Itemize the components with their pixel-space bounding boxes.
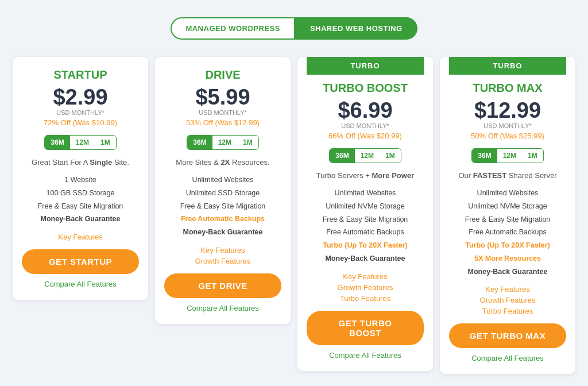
period-btn-36m[interactable]: 36M	[472, 149, 497, 163]
feature-item: Free & Easy Site Migration	[164, 200, 281, 213]
plan-discount-turbo-max: 50% Off (Was $25.99)	[471, 132, 544, 140]
plan-price-drive: $5.99	[195, 86, 250, 108]
cta-button-turbo-boost[interactable]: GET TURBO BOOST	[307, 311, 424, 345]
feature-item: 1 Website	[22, 173, 139, 187]
plan-name-startup: STARTUP	[54, 68, 107, 82]
extra-link[interactable]: Growth Features	[480, 296, 536, 304]
plan-discount-drive: 53% Off (Was $12.99)	[186, 118, 260, 127]
features-list-turbo-boost: Unlimited WebsitesUnlimited NVMe Storage…	[307, 187, 424, 265]
plan-type-tabs: MANAGED WORDPRESSSHARED WEB HOSTING	[171, 17, 417, 40]
cta-button-drive[interactable]: GET DRIVE	[164, 273, 281, 298]
feature-item: Free & Easy Site Migration	[449, 213, 566, 226]
plan-card-drive: DRIVE$5.99USD MONTHLY*53% Off (Was $12.9…	[155, 57, 291, 324]
plan-price-turbo-boost: $6.99	[338, 99, 392, 121]
turbo-banner: TURBO	[307, 57, 424, 75]
feature-item: Money-Back Guarantee	[22, 213, 139, 226]
plan-name-turbo-boost: TURBO BOOST	[323, 82, 408, 95]
features-list-turbo-max: Unlimited WebsitesUnlimited NVMe Storage…	[449, 187, 566, 278]
feature-item: Money-Back Guarantee	[307, 252, 424, 265]
cta-button-startup[interactable]: GET STARTUP	[22, 249, 139, 274]
feature-item: Free Automatic Backups	[307, 226, 424, 239]
period-btn-36m[interactable]: 36M	[45, 136, 69, 149]
period-selector-drive: 36M12M1M	[187, 135, 258, 150]
compare-link-turbo-boost[interactable]: Compare All Features	[329, 351, 401, 360]
period-selector-turbo-boost: 36M12M1M	[329, 148, 401, 163]
extra-links-startup: Key Features	[58, 233, 102, 241]
features-list-drive: Unlimited WebsitesUnlimited SSD StorageF…	[164, 173, 281, 239]
period-btn-1m[interactable]: 1M	[380, 149, 401, 163]
feature-item: Money-Back Guarantee	[449, 265, 566, 279]
feature-item: Unlimited Websites	[449, 187, 566, 200]
extra-link[interactable]: Key Features	[485, 285, 529, 294]
period-btn-12m[interactable]: 12M	[212, 136, 237, 149]
extra-link[interactable]: Turbo Features	[482, 307, 533, 315]
period-btn-12m[interactable]: 12M	[355, 149, 380, 163]
extra-links-turbo-max: Key FeaturesGrowth FeaturesTurbo Feature…	[480, 285, 536, 315]
plan-price-turbo-max: $12.99	[474, 99, 541, 121]
plan-period-turbo-max: USD MONTHLY*	[483, 122, 532, 129]
extra-link[interactable]: Turbo Features	[340, 294, 390, 303]
feature-item: Unlimited SSD Storage	[164, 187, 281, 200]
period-selector-turbo-max: 36M12M1M	[471, 148, 543, 163]
turbo-banner: TURBO	[449, 57, 566, 75]
feature-item: Free & Easy Site Migration	[22, 200, 139, 213]
plan-card-startup: STARTUP$2.99USD MONTHLY*72% Off (Was $10…	[13, 57, 148, 300]
tab-shared-hosting[interactable]: SHARED WEB HOSTING	[295, 17, 417, 40]
plans-grid: STARTUP$2.99USD MONTHLY*72% Off (Was $10…	[13, 57, 575, 374]
feature-item: Money-Back Guarantee	[164, 226, 281, 239]
feature-item: Unlimited Websites	[164, 173, 281, 187]
tab-managed-wp[interactable]: MANAGED WORDPRESS	[171, 17, 295, 40]
plan-tagline-turbo-max: Our FASTEST Shared Server	[458, 171, 556, 180]
plan-name-turbo-max: TURBO MAX	[473, 82, 542, 95]
compare-link-turbo-max[interactable]: Compare All Features	[471, 354, 544, 362]
feature-item: 100 GB SSD Storage	[22, 187, 139, 200]
feature-item: Unlimited Websites	[307, 187, 424, 200]
feature-item: Unlimited NVMe Storage	[307, 200, 424, 213]
cta-button-turbo-max[interactable]: GET TURBO MAX	[449, 323, 566, 348]
features-list-startup: 1 Website100 GB SSD StorageFree & Easy S…	[22, 173, 139, 226]
plan-card-turbo-max: TURBOTURBO MAX$12.99USD MONTHLY*50% Off …	[440, 57, 575, 374]
compare-link-drive[interactable]: Compare All Features	[187, 304, 259, 312]
feature-item: Unlimited NVMe Storage	[449, 200, 566, 213]
period-btn-12m[interactable]: 12M	[70, 136, 95, 149]
extra-links-turbo-boost: Key FeaturesGrowth FeaturesTurbo Feature…	[338, 272, 393, 303]
plan-tagline-turbo-boost: Turbo Servers + More Power	[316, 171, 414, 180]
extra-links-drive: Key FeaturesGrowth Features	[195, 246, 251, 265]
period-btn-36m[interactable]: 36M	[187, 136, 212, 149]
period-btn-1m[interactable]: 1M	[522, 149, 543, 163]
plan-card-turbo-boost: TURBOTURBO BOOST$6.99USD MONTHLY*66% Off…	[297, 57, 433, 371]
feature-item: Free Automatic Backups	[164, 213, 281, 226]
period-btn-12m[interactable]: 12M	[497, 149, 522, 163]
feature-item: Free & Easy Site Migration	[307, 213, 424, 226]
plan-name-drive: DRIVE	[205, 68, 240, 82]
compare-link-startup[interactable]: Compare All Features	[44, 280, 117, 288]
feature-item: Turbo (Up To 20X Faster)	[449, 239, 566, 252]
extra-link[interactable]: Key Features	[343, 272, 387, 281]
extra-link[interactable]: Growth Features	[338, 283, 393, 292]
period-btn-36m[interactable]: 36M	[330, 149, 354, 163]
plan-discount-turbo-boost: 66% Off (Was $20.99)	[328, 132, 402, 140]
period-btn-1m[interactable]: 1M	[95, 136, 116, 149]
feature-item: 5X More Resources	[449, 252, 566, 265]
extra-link[interactable]: Key Features	[200, 246, 245, 254]
plan-period-startup: USD MONTHLY*	[56, 109, 105, 116]
plan-tagline-drive: More Sites & 2X Resources.	[176, 158, 269, 167]
plan-period-drive: USD MONTHLY*	[199, 109, 247, 116]
plan-price-startup: $2.99	[53, 86, 107, 108]
plan-tagline-startup: Great Start For A Single Site.	[32, 158, 129, 167]
period-selector-startup: 36M12M1M	[44, 135, 116, 150]
plan-period-turbo-boost: USD MONTHLY*	[341, 122, 389, 129]
extra-link[interactable]: Key Features	[58, 233, 102, 241]
feature-item: Free Automatic Backups	[449, 226, 566, 239]
extra-link[interactable]: Growth Features	[195, 257, 251, 265]
plan-discount-startup: 72% Off (Was $10.99)	[44, 118, 117, 127]
period-btn-1m[interactable]: 1M	[237, 136, 258, 149]
feature-item: Turbo (Up To 20X Faster)	[307, 239, 424, 252]
